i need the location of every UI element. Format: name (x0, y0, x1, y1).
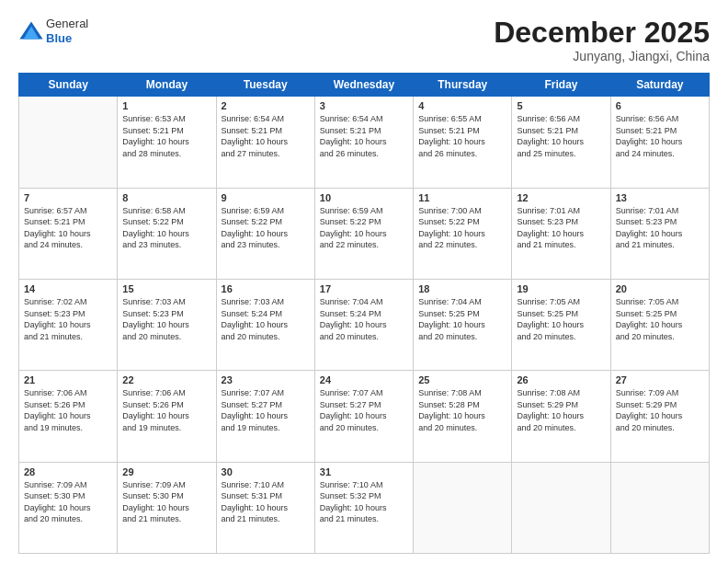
day-number: 27 (616, 374, 704, 385)
cell-content: Sunrise: 6:54 AM Sunset: 5:21 PM Dayligh… (222, 113, 310, 159)
day-number: 26 (517, 374, 605, 385)
day-number: 20 (616, 283, 704, 294)
cell-content: Sunrise: 7:05 AM Sunset: 5:25 PM Dayligh… (616, 296, 704, 342)
day-number: 18 (418, 283, 506, 294)
table-row: 26Sunrise: 7:08 AM Sunset: 5:29 PM Dayli… (512, 371, 610, 462)
cell-content: Sunrise: 7:05 AM Sunset: 5:25 PM Dayligh… (517, 296, 605, 342)
cell-content: Sunrise: 7:07 AM Sunset: 5:27 PM Dayligh… (320, 387, 408, 433)
day-number: 29 (122, 466, 210, 477)
day-number: 28 (24, 466, 112, 477)
cell-content: Sunrise: 7:00 AM Sunset: 5:22 PM Dayligh… (418, 205, 506, 251)
cell-content: Sunrise: 6:58 AM Sunset: 5:22 PM Dayligh… (122, 205, 210, 251)
day-number: 10 (320, 192, 408, 203)
table-row: 8Sunrise: 6:58 AM Sunset: 5:22 PM Daylig… (118, 188, 216, 279)
cell-content: Sunrise: 6:55 AM Sunset: 5:21 PM Dayligh… (418, 113, 506, 159)
table-row: 11Sunrise: 7:00 AM Sunset: 5:22 PM Dayli… (414, 188, 512, 279)
cell-content: Sunrise: 7:09 AM Sunset: 5:30 PM Dayligh… (24, 479, 112, 525)
day-number: 4 (418, 100, 506, 111)
day-number: 2 (222, 100, 310, 111)
month-title: December 2025 (494, 17, 710, 49)
table-row: 12Sunrise: 7:01 AM Sunset: 5:23 PM Dayli… (512, 188, 610, 279)
cell-content: Sunrise: 7:03 AM Sunset: 5:23 PM Dayligh… (122, 296, 210, 342)
table-row: 30Sunrise: 7:10 AM Sunset: 5:31 PM Dayli… (216, 462, 314, 553)
table-row: 13Sunrise: 7:01 AM Sunset: 5:23 PM Dayli… (610, 188, 709, 279)
calendar-week-2: 7Sunrise: 6:57 AM Sunset: 5:21 PM Daylig… (19, 188, 710, 279)
table-row (512, 462, 610, 553)
day-number: 13 (616, 192, 704, 203)
table-row (610, 462, 709, 553)
day-number: 25 (418, 374, 506, 385)
day-number: 21 (24, 374, 112, 385)
logo: General Blue (18, 17, 88, 45)
cell-content: Sunrise: 7:06 AM Sunset: 5:26 PM Dayligh… (24, 387, 112, 433)
table-row: 1Sunrise: 6:53 AM Sunset: 5:21 PM Daylig… (118, 97, 216, 188)
table-row: 19Sunrise: 7:05 AM Sunset: 5:25 PM Dayli… (512, 279, 610, 370)
cell-content: Sunrise: 7:01 AM Sunset: 5:23 PM Dayligh… (517, 205, 605, 251)
cell-content: Sunrise: 6:53 AM Sunset: 5:21 PM Dayligh… (122, 113, 210, 159)
col-thursday: Thursday (414, 74, 512, 97)
table-row: 17Sunrise: 7:04 AM Sunset: 5:24 PM Dayli… (314, 279, 413, 370)
title-block: December 2025 Junyang, Jiangxi, China (494, 17, 710, 63)
cell-content: Sunrise: 6:56 AM Sunset: 5:21 PM Dayligh… (616, 113, 704, 159)
header: General Blue December 2025 Junyang, Jian… (18, 17, 710, 63)
table-row: 14Sunrise: 7:02 AM Sunset: 5:23 PM Dayli… (19, 279, 118, 370)
table-row: 23Sunrise: 7:07 AM Sunset: 5:27 PM Dayli… (216, 371, 314, 462)
day-number: 15 (122, 283, 210, 294)
cell-content: Sunrise: 7:01 AM Sunset: 5:23 PM Dayligh… (616, 205, 704, 251)
table-row: 25Sunrise: 7:08 AM Sunset: 5:28 PM Dayli… (414, 371, 512, 462)
cell-content: Sunrise: 7:09 AM Sunset: 5:29 PM Dayligh… (616, 387, 704, 433)
table-row: 4Sunrise: 6:55 AM Sunset: 5:21 PM Daylig… (414, 97, 512, 188)
day-number: 22 (122, 374, 210, 385)
table-row: 21Sunrise: 7:06 AM Sunset: 5:26 PM Dayli… (19, 371, 118, 462)
cell-content: Sunrise: 6:56 AM Sunset: 5:21 PM Dayligh… (517, 113, 605, 159)
cell-content: Sunrise: 7:02 AM Sunset: 5:23 PM Dayligh… (24, 296, 112, 342)
logo-icon (18, 18, 44, 44)
calendar-body: 1Sunrise: 6:53 AM Sunset: 5:21 PM Daylig… (19, 97, 710, 554)
calendar-week-5: 28Sunrise: 7:09 AM Sunset: 5:30 PM Dayli… (19, 462, 710, 553)
table-row: 20Sunrise: 7:05 AM Sunset: 5:25 PM Dayli… (610, 279, 709, 370)
calendar-week-4: 21Sunrise: 7:06 AM Sunset: 5:26 PM Dayli… (19, 371, 710, 462)
table-row: 7Sunrise: 6:57 AM Sunset: 5:21 PM Daylig… (19, 188, 118, 279)
col-friday: Friday (512, 74, 610, 97)
table-row: 24Sunrise: 7:07 AM Sunset: 5:27 PM Dayli… (314, 371, 413, 462)
cell-content: Sunrise: 6:54 AM Sunset: 5:21 PM Dayligh… (320, 113, 408, 159)
cell-content: Sunrise: 6:59 AM Sunset: 5:22 PM Dayligh… (320, 205, 408, 251)
day-number: 1 (122, 100, 210, 111)
cell-content: Sunrise: 7:03 AM Sunset: 5:24 PM Dayligh… (222, 296, 310, 342)
col-saturday: Saturday (610, 74, 709, 97)
day-number: 7 (24, 192, 112, 203)
calendar-week-1: 1Sunrise: 6:53 AM Sunset: 5:21 PM Daylig… (19, 97, 710, 188)
cell-content: Sunrise: 7:10 AM Sunset: 5:31 PM Dayligh… (222, 479, 310, 525)
cell-content: Sunrise: 7:04 AM Sunset: 5:25 PM Dayligh… (418, 296, 506, 342)
table-row: 27Sunrise: 7:09 AM Sunset: 5:29 PM Dayli… (610, 371, 709, 462)
table-row: 5Sunrise: 6:56 AM Sunset: 5:21 PM Daylig… (512, 97, 610, 188)
table-row: 6Sunrise: 6:56 AM Sunset: 5:21 PM Daylig… (610, 97, 709, 188)
day-number: 9 (222, 192, 310, 203)
day-number: 5 (517, 100, 605, 111)
cell-content: Sunrise: 7:08 AM Sunset: 5:28 PM Dayligh… (418, 387, 506, 433)
page: General Blue December 2025 Junyang, Jian… (0, 0, 728, 563)
table-row (19, 97, 118, 188)
cell-content: Sunrise: 7:04 AM Sunset: 5:24 PM Dayligh… (320, 296, 408, 342)
day-number: 12 (517, 192, 605, 203)
table-row: 9Sunrise: 6:59 AM Sunset: 5:22 PM Daylig… (216, 188, 314, 279)
table-row: 18Sunrise: 7:04 AM Sunset: 5:25 PM Dayli… (414, 279, 512, 370)
col-sunday: Sunday (19, 74, 118, 97)
table-row: 2Sunrise: 6:54 AM Sunset: 5:21 PM Daylig… (216, 97, 314, 188)
day-number: 6 (616, 100, 704, 111)
table-row: 10Sunrise: 6:59 AM Sunset: 5:22 PM Dayli… (314, 188, 413, 279)
logo-text: General Blue (46, 17, 88, 45)
table-row: 28Sunrise: 7:09 AM Sunset: 5:30 PM Dayli… (19, 462, 118, 553)
table-row: 3Sunrise: 6:54 AM Sunset: 5:21 PM Daylig… (314, 97, 413, 188)
table-row (414, 462, 512, 553)
cell-content: Sunrise: 6:59 AM Sunset: 5:22 PM Dayligh… (222, 205, 310, 251)
location: Junyang, Jiangxi, China (494, 49, 710, 63)
logo-general: General (46, 17, 88, 30)
table-row: 16Sunrise: 7:03 AM Sunset: 5:24 PM Dayli… (216, 279, 314, 370)
day-number: 3 (320, 100, 408, 111)
day-number: 17 (320, 283, 408, 294)
day-number: 19 (517, 283, 605, 294)
day-number: 16 (222, 283, 310, 294)
cell-content: Sunrise: 7:09 AM Sunset: 5:30 PM Dayligh… (122, 479, 210, 525)
day-number: 24 (320, 374, 408, 385)
